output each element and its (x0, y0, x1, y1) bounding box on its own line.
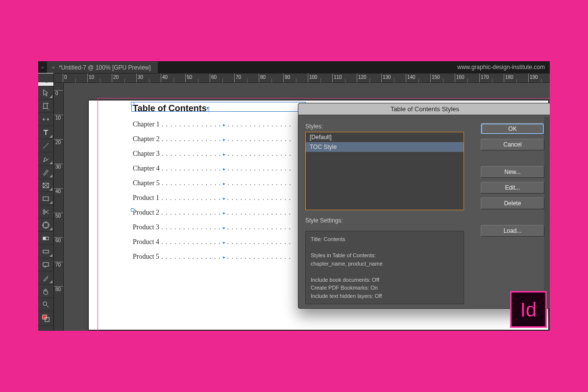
toc-leader: . . . . . . . . . . . . . . . (227, 135, 292, 143)
toc-entry[interactable]: Product 3 . . . . . . . . . . . . . .▸. … (133, 223, 304, 231)
toc-entry[interactable]: Chapter 1 . . . . . . . . . . . . . .▸. … (133, 121, 304, 128)
toc-entry[interactable]: Product 5 . . . . . . . . . . . . . .▸. … (133, 253, 304, 261)
tab-mark-icon: ▸ (223, 196, 225, 201)
ruler-tick: 30 (54, 164, 63, 170)
toc-entry[interactable]: Chapter 4 . . . . . . . . . . . . . .▸. … (133, 165, 304, 172)
toc-entry[interactable]: Chapter 5 . . . . . . . . . . . . . .▸. … (133, 179, 304, 187)
style-settings-box: Title: Contents Styles in Table of Conte… (305, 231, 464, 304)
ruler-tick: 40 (54, 188, 63, 194)
toc-styles-dialog[interactable]: Table of Contents Styles Styles: [Defaul… (298, 103, 550, 309)
ruler-tick: 50 (185, 74, 210, 82)
toc-entry-label: Chapter 3 (133, 150, 160, 158)
gap-tool[interactable] (38, 113, 53, 126)
indesign-logo-text: Id (520, 300, 537, 319)
horizontal-ruler[interactable]: 0102030405060708090100110120130140150160… (54, 73, 550, 83)
style-setting-line: chapter_name, product_name (311, 260, 459, 268)
rectangle-tool[interactable] (38, 192, 53, 205)
toc-entry-label: Chapter 5 (133, 179, 160, 187)
indesign-window: » × *Untitled-7 @ 100% [GPU Preview] www… (38, 61, 550, 331)
scrollbar[interactable] (456, 232, 463, 303)
style-setting-line: Title: Contents (311, 235, 459, 244)
toc-leader: . . . . . . . . . . . . . . (162, 179, 221, 187)
ruler-tick: 120 (357, 74, 381, 82)
toc-leader: . . . . . . . . . . . . . . . (227, 150, 292, 158)
toc-entry[interactable]: Chapter 3 . . . . . . . . . . . . . .▸. … (133, 150, 304, 158)
ruler-tick: 110 (332, 74, 357, 82)
toc-entry[interactable]: Product 1 . . . . . . . . . . . . . .▸. … (133, 194, 304, 202)
toc-entry-label: Product 5 (133, 253, 159, 261)
pencil-tool[interactable] (38, 166, 53, 179)
tab-overflow-icon[interactable]: » (38, 65, 47, 70)
style-setting-line: Include book documents: Off (311, 276, 459, 284)
toc-entry-label: Chapter 4 (133, 165, 160, 172)
pen-tool[interactable] (38, 152, 53, 166)
cancel-button[interactable]: Cancel (481, 139, 544, 150)
dialog-title: Table of Contents Styles (391, 105, 459, 113)
toc-entry[interactable]: Product 4 . . . . . . . . . . . . . .▸. … (133, 238, 304, 246)
toc-leader: . . . . . . . . . . . . . . . (227, 223, 292, 231)
style-setting-line: Create PDF Bookmarks: On (311, 284, 459, 292)
styles-listbox[interactable]: [Default]TOC Style (305, 132, 464, 210)
toc-leader: . . . . . . . . . . . . . . . (227, 194, 292, 202)
scissors-tool[interactable] (38, 205, 53, 219)
ruler-tick: 50 (54, 213, 63, 219)
indesign-logo: Id (510, 291, 547, 328)
ruler-tick: 10 (87, 74, 112, 82)
ruler-tick: 10 (54, 115, 63, 121)
toc-leader: . . . . . . . . . . . . . . . (227, 209, 292, 217)
rectangle-frame-tool[interactable] (38, 179, 53, 192)
load-button[interactable]: Load... (481, 225, 544, 237)
toc-leader: . . . . . . . . . . . . . . (161, 253, 221, 261)
ruler-tick: 60 (210, 74, 234, 82)
fill-stroke-tool[interactable] (38, 311, 53, 326)
zoom-tool[interactable] (38, 298, 53, 311)
frame-handle[interactable] (131, 102, 134, 105)
hand-tool[interactable] (38, 285, 53, 298)
note-tool[interactable] (38, 258, 53, 271)
toc-leader: . . . . . . . . . . . . . . . (227, 238, 292, 246)
svg-rect-2 (43, 196, 49, 200)
toc-leader: . . . . . . . . . . . . . . (161, 209, 221, 217)
ruler-tick: 80 (54, 286, 63, 292)
line-tool[interactable] (38, 139, 53, 152)
toc-leader: . . . . . . . . . . . . . . . (227, 253, 292, 261)
ruler-tick: 0 (54, 90, 63, 96)
document-tab[interactable]: × *Untitled-7 @ 100% [GPU Preview] (47, 62, 158, 73)
toc-entry[interactable]: Product 2 . . . . . . . . . . . . . .▸. … (133, 209, 304, 217)
ruler-tick: 40 (161, 74, 185, 82)
tab-mark-icon: ▸ (223, 166, 225, 172)
toc-leader: . . . . . . . . . . . . . . . (227, 179, 292, 187)
svg-point-10 (43, 301, 47, 305)
toc-entry[interactable]: Chapter 2 . . . . . . . . . . . . . .▸. … (133, 135, 304, 143)
tab-mark-icon: ▸ (223, 122, 225, 127)
new-button[interactable]: New... (481, 166, 544, 178)
toc-leader: . . . . . . . . . . . . . . (161, 238, 221, 246)
eyedropper-tool[interactable] (38, 271, 53, 285)
styles-list-item[interactable]: [Default] (306, 132, 464, 142)
toc-text-frame[interactable]: Table of Contents¶ Chapter 1 . . . . . .… (133, 103, 304, 268)
dialog-titlebar[interactable]: Table of Contents Styles (298, 103, 550, 115)
ruler-tick: 130 (381, 74, 406, 82)
tab-mark-icon: ▸ (223, 225, 225, 230)
gradient-swatch-tool[interactable] (38, 232, 53, 245)
type-tool[interactable] (38, 126, 53, 139)
direct-selection-tool[interactable] (38, 86, 53, 99)
document-tab-label: *Untitled-7 @ 100% [GPU Preview] (59, 64, 151, 71)
edit-button[interactable]: Edit... (481, 182, 544, 194)
close-tab-icon[interactable]: × (52, 65, 55, 71)
toc-entry-label: Chapter 2 (133, 135, 160, 143)
ruler-tick: 180 (504, 74, 528, 82)
ruler-tick: 0 (63, 74, 87, 82)
gradient-feather-tool[interactable] (38, 245, 53, 258)
frame-handle[interactable] (131, 208, 134, 212)
ruler-origin[interactable] (38, 74, 54, 82)
ruler-tick: 30 (136, 74, 161, 82)
page-tool[interactable] (38, 99, 53, 113)
styles-list-item[interactable]: TOC Style (306, 142, 464, 152)
free-transform-tool[interactable] (38, 219, 53, 232)
svg-rect-7 (43, 237, 46, 240)
vertical-ruler[interactable]: 01020304050607080 (54, 83, 64, 331)
ok-button[interactable]: OK (481, 123, 544, 135)
svg-point-4 (43, 212, 45, 214)
delete-button[interactable]: Delete (481, 197, 544, 209)
